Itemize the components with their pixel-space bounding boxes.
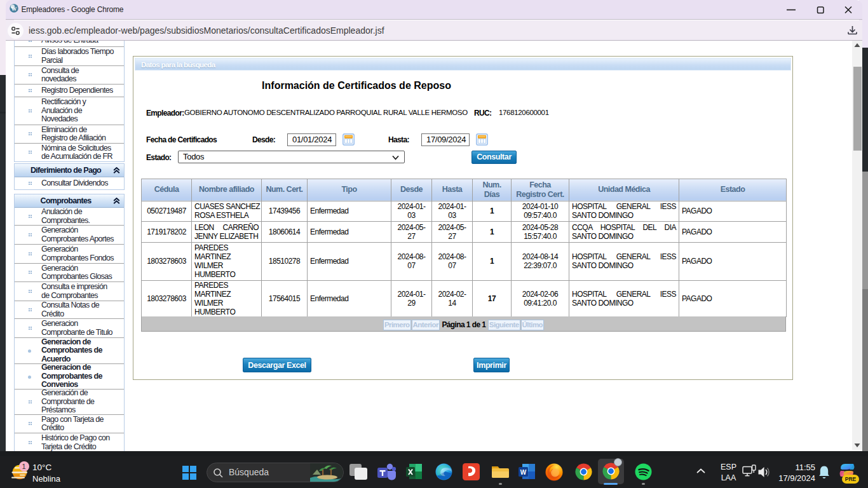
svg-text:W: W: [520, 469, 527, 476]
svg-text:W: W: [11, 5, 17, 11]
